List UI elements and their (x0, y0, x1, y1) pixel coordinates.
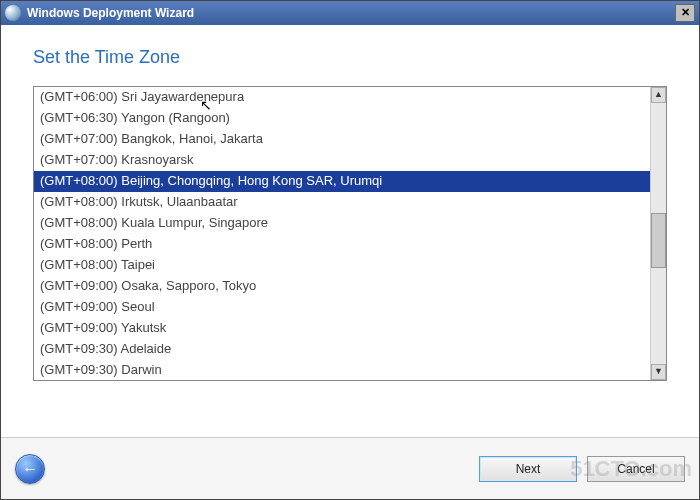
timezone-item[interactable]: (GMT+06:00) Sri Jayawardenepura (34, 87, 650, 108)
next-button[interactable]: Next (479, 456, 577, 482)
scrollbar[interactable]: ▲ ▼ (650, 87, 666, 380)
wizard-window: Windows Deployment Wizard ✕ Set the Time… (0, 0, 700, 500)
timezone-item[interactable]: (GMT+06:30) Yangon (Rangoon) (34, 108, 650, 129)
timezone-item[interactable]: (GMT+09:00) Seoul (34, 297, 650, 318)
timezone-item[interactable]: (GMT+09:30) Adelaide (34, 339, 650, 360)
back-button[interactable]: ← (15, 454, 45, 484)
arrow-left-icon: ← (22, 460, 38, 478)
titlebar: Windows Deployment Wizard ✕ (1, 1, 699, 25)
page-heading: Set the Time Zone (33, 47, 667, 68)
timezone-item[interactable]: (GMT+09:00) Osaka, Sapporo, Tokyo (34, 276, 650, 297)
timezone-list[interactable]: (GMT+06:00) Sri Jayawardenepura(GMT+06:3… (34, 87, 650, 380)
timezone-item[interactable]: (GMT+08:00) Perth (34, 234, 650, 255)
timezone-item[interactable]: (GMT+09:30) Darwin (34, 360, 650, 380)
timezone-item[interactable]: (GMT+07:00) Krasnoyarsk (34, 150, 650, 171)
scroll-up-icon[interactable]: ▲ (651, 87, 666, 103)
timezone-item[interactable]: (GMT+09:00) Yakutsk (34, 318, 650, 339)
timezone-item[interactable]: (GMT+08:00) Beijing, Chongqing, Hong Kon… (34, 171, 650, 192)
app-icon (5, 5, 21, 21)
cancel-button[interactable]: Cancel (587, 456, 685, 482)
timezone-item[interactable]: (GMT+08:00) Kuala Lumpur, Singapore (34, 213, 650, 234)
timezone-item[interactable]: (GMT+08:00) Taipei (34, 255, 650, 276)
window-title: Windows Deployment Wizard (27, 6, 675, 20)
content-area: Set the Time Zone (GMT+06:00) Sri Jayawa… (1, 25, 699, 437)
scrollbar-track[interactable] (651, 103, 666, 364)
timezone-listbox[interactable]: (GMT+06:00) Sri Jayawardenepura(GMT+06:3… (33, 86, 667, 381)
footer: ← Next Cancel (1, 437, 699, 499)
scrollbar-thumb[interactable] (651, 213, 666, 268)
timezone-item[interactable]: (GMT+07:00) Bangkok, Hanoi, Jakarta (34, 129, 650, 150)
scroll-down-icon[interactable]: ▼ (651, 364, 666, 380)
close-icon[interactable]: ✕ (675, 4, 695, 22)
timezone-item[interactable]: (GMT+08:00) Irkutsk, Ulaanbaatar (34, 192, 650, 213)
